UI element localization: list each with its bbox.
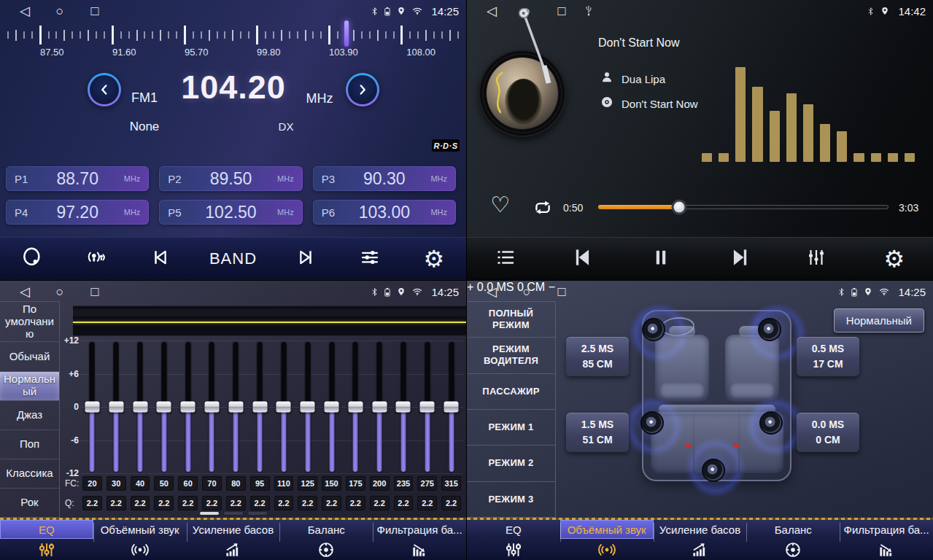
q-value[interactable]: 2.2	[107, 496, 126, 510]
nav-recents-button[interactable]: □	[77, 0, 112, 22]
eq-band-slider[interactable]	[200, 341, 224, 473]
eq-preset-item[interactable]: Нормальный	[0, 372, 59, 401]
eq-preset-item[interactable]: По умолчанию	[0, 302, 59, 342]
eq-preset-item[interactable]: Джаз	[0, 401, 59, 430]
previous-station-button[interactable]	[145, 246, 177, 271]
tab-surround[interactable]: Объёмный звук	[93, 518, 187, 560]
seek-bar-knob[interactable]	[674, 202, 685, 213]
fc-value[interactable]: 80	[226, 476, 246, 491]
eq-band-slider[interactable]	[128, 341, 152, 473]
eq-preset-item[interactable]: Поп	[0, 430, 59, 459]
eq-band-slider[interactable]	[320, 341, 344, 473]
scan-search-button[interactable]	[16, 246, 48, 271]
audio-settings-button[interactable]	[354, 246, 386, 271]
nav-back-button[interactable]: ◁	[7, 0, 42, 22]
tune-down-button[interactable]	[88, 73, 121, 106]
fc-value[interactable]: 235	[394, 476, 414, 491]
slider-handle[interactable]	[181, 402, 195, 413]
mode-item[interactable]: РЕЖИМ ВОДИТЕЛЯ	[467, 338, 555, 373]
slider-handle[interactable]	[301, 402, 315, 413]
slider-handle[interactable]	[372, 402, 387, 413]
mode-item[interactable]: ПАССАЖИР	[467, 374, 555, 410]
settings-button[interactable]: ⚙	[878, 247, 910, 271]
nav-back-button[interactable]: ◁	[474, 0, 509, 22]
q-value[interactable]: 2.2	[322, 496, 341, 510]
tab-filter[interactable]: Фильтрация ба...	[373, 518, 466, 560]
frequency-scale[interactable]: 87.50 91.60 95.70 99.80 103.90 108.00	[0, 22, 466, 64]
slider-handle[interactable]	[348, 402, 363, 413]
pause-button[interactable]	[645, 246, 677, 271]
slider-handle[interactable]	[252, 402, 267, 413]
slider-handle[interactable]	[228, 402, 243, 413]
q-value[interactable]: 2.2	[154, 496, 174, 510]
page-dash[interactable]	[200, 512, 219, 515]
q-value[interactable]: 2.2	[417, 496, 437, 510]
delay-front-right-button[interactable]: 0.5 MS 17 CM	[797, 337, 859, 376]
page-dash[interactable]	[224, 512, 243, 515]
delay-rear-left-button[interactable]: 1.5 MS 51 CM	[566, 413, 629, 452]
preset-button[interactable]: P5102.50MHz	[159, 200, 302, 225]
tab-balance[interactable]: Баланс	[279, 518, 373, 560]
slider-handle[interactable]	[204, 402, 219, 413]
eq-band-slider[interactable]	[80, 341, 104, 473]
tab-filter[interactable]: Фильтрация ба...	[840, 518, 933, 560]
delay-front-left-button[interactable]: 2.5 MS 85 CM	[566, 337, 629, 376]
preset-button[interactable]: P188.70MHz	[6, 166, 149, 191]
eq-band-slider[interactable]	[368, 341, 392, 473]
mode-item[interactable]: РЕЖИМ 1	[467, 410, 555, 446]
fc-value[interactable]: 125	[298, 476, 317, 491]
fc-value[interactable]: 200	[370, 476, 390, 491]
delay-rear-right-button[interactable]: 0.0 MS 0 CM	[797, 413, 859, 452]
fc-value[interactable]: 40	[131, 476, 150, 491]
slider-handle[interactable]	[109, 402, 123, 413]
eq-band-slider[interactable]	[248, 341, 272, 473]
q-value[interactable]: 2.2	[274, 496, 294, 510]
eq-band-slider[interactable]	[104, 341, 128, 473]
profile-button[interactable]: Нормальный	[834, 308, 924, 332]
nav-recents-button[interactable]: □	[544, 0, 579, 22]
slider-handle[interactable]	[133, 402, 147, 413]
slider-handle[interactable]	[85, 402, 99, 413]
nav-home-button[interactable]: ○	[509, 281, 544, 303]
tab-eq[interactable]: EQ	[0, 518, 93, 560]
tune-up-button[interactable]	[346, 73, 379, 106]
slider-handle[interactable]	[325, 402, 339, 413]
nav-recents-button[interactable]: □	[544, 281, 579, 303]
slider-handle[interactable]	[420, 402, 435, 413]
eq-band-slider[interactable]	[272, 341, 296, 473]
eq-band-slider[interactable]	[152, 341, 176, 473]
nav-home-button[interactable]: ○	[42, 0, 77, 22]
eq-band-slider[interactable]	[392, 341, 416, 473]
mode-item[interactable]: РЕЖИМ 2	[467, 446, 555, 481]
listening-position-marker[interactable]	[705, 389, 724, 408]
fc-value[interactable]: 60	[178, 476, 198, 491]
q-value[interactable]: 2.2	[394, 496, 414, 510]
preset-button[interactable]: P390.30MHz	[313, 166, 456, 191]
q-value[interactable]: 2.2	[226, 496, 246, 510]
eq-band-slider[interactable]	[415, 341, 439, 473]
preset-button[interactable]: P289.50MHz	[159, 166, 302, 191]
q-value[interactable]: 2.2	[178, 496, 198, 510]
q-value[interactable]: 2.2	[131, 496, 150, 510]
q-value[interactable]: 2.2	[441, 496, 461, 510]
mode-item[interactable]: РЕЖИМ 3	[467, 482, 555, 518]
favorite-button[interactable]: ♡	[490, 194, 510, 216]
settings-button[interactable]: ⚙	[418, 247, 450, 271]
album-art[interactable]	[480, 51, 565, 136]
fc-value[interactable]: 150	[322, 476, 341, 491]
eq-band-slider[interactable]	[439, 341, 463, 473]
fc-value[interactable]: 175	[346, 476, 365, 491]
q-value[interactable]: 2.2	[370, 496, 390, 510]
eq-preset-item[interactable]: Классика	[0, 459, 59, 489]
fc-value[interactable]: 95	[250, 476, 270, 491]
q-value[interactable]: 2.2	[202, 496, 222, 510]
fc-value[interactable]: 30	[107, 476, 126, 491]
tab-balance[interactable]: Баланс	[746, 518, 840, 560]
nav-recents-button[interactable]: □	[77, 281, 112, 303]
q-value[interactable]: 2.2	[82, 496, 102, 510]
fc-value[interactable]: 275	[417, 476, 437, 491]
nav-back-button[interactable]: ◁	[474, 281, 509, 303]
nav-home-button[interactable]: ○	[42, 281, 77, 303]
q-value[interactable]: 2.2	[298, 496, 317, 510]
tab-bass-boost[interactable]: Усиление басов	[187, 518, 280, 560]
